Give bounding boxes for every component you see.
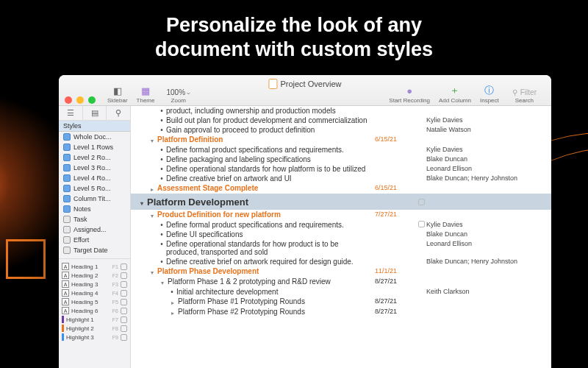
theme-button[interactable]: ▦ Theme	[132, 85, 159, 104]
style-level-item[interactable]: Whole Doc...	[59, 132, 130, 142]
row-assignee: Leonard Ellison	[426, 240, 551, 247]
highlight-style[interactable]: Highlight 2F8	[59, 324, 130, 333]
style-level-item[interactable]: Level 1 Rows	[59, 142, 130, 152]
traffic-lights	[65, 96, 96, 104]
row-text: Platform Phase 1 & 2 prototyping and R&D…	[168, 277, 375, 286]
outline-row[interactable]: Define formal product specifications and…	[131, 145, 551, 155]
row-text: product, including ownership and product…	[166, 107, 375, 115]
row-text: Platform Phase #1 Prototyping Rounds	[178, 297, 375, 305]
row-text: Initial architecture development	[176, 288, 375, 296]
bullet	[157, 174, 166, 183]
outline-row[interactable]: Assessment Stage Complete6/15/21	[131, 183, 551, 194]
style-level-item[interactable]: Level 2 Ro...	[59, 152, 130, 163]
bullet	[157, 240, 166, 248]
heading-style[interactable]: AHeading 5F5	[59, 297, 130, 306]
heading-style[interactable]: AHeading 2F2	[59, 271, 130, 280]
disclosure-triangle[interactable]	[147, 210, 157, 219]
app-window: ◧ Sidebar ▦ Theme 100% Zoom ● Start Reco…	[59, 75, 551, 368]
row-text: Platform Phase Development	[157, 267, 375, 275]
level-swatch	[63, 133, 71, 141]
add-column-button[interactable]: ＋ Add Column	[434, 85, 476, 104]
microphone-icon: ●	[403, 85, 416, 96]
outline-row[interactable]: Define packaging and labeling specificat…	[131, 155, 551, 164]
row-assignee: Blake Duncan	[426, 230, 551, 238]
column-swatch	[63, 216, 71, 223]
outline-row[interactable]: Platform Phase 1 & 2 prototyping and R&D…	[131, 277, 551, 287]
heading-style[interactable]: AHeading 6F6	[59, 306, 130, 315]
outline-row[interactable]: Initial architecture developmentKeith Cl…	[131, 287, 551, 297]
sidebar-tab-styles[interactable]: ▤	[83, 106, 107, 120]
disclosure-triangle[interactable]	[147, 135, 157, 144]
sidebar-toggle[interactable]: ◧ Sidebar	[103, 85, 132, 104]
column-swatch	[63, 247, 71, 254]
level-swatch	[63, 185, 71, 192]
outline-row[interactable]: Build out plan for product development a…	[131, 116, 551, 125]
outline-row[interactable]: Platform Phase #2 Prototyping Rounds8/27…	[131, 307, 551, 317]
style-column-item[interactable]: Notes	[59, 204, 130, 214]
style-level-item[interactable]: Level 3 Ro...	[59, 163, 130, 173]
sidebar-tab-search[interactable]: ⚲	[107, 106, 130, 120]
disclosure-triangle[interactable]	[168, 297, 178, 306]
heading-style[interactable]: AHeading 3F3	[59, 280, 130, 289]
heading-style[interactable]: AHeading 1F1	[59, 262, 130, 271]
row-assignee: Leonard Ellison	[426, 165, 551, 172]
style-column-item[interactable]: Task	[59, 214, 130, 224]
search-icon: ⚲	[512, 88, 517, 96]
disclosure-triangle[interactable]	[137, 196, 147, 208]
row-text: Define creative brief on artwork and UI	[166, 174, 375, 183]
style-level-item[interactable]: Level 5 Ro...	[59, 183, 130, 194]
row-text: Define creative brief on artwork require…	[166, 258, 375, 266]
section-header[interactable]: Platform Development	[131, 194, 551, 210]
level-swatch	[63, 174, 71, 182]
outline-row[interactable]: Define creative brief on artwork require…	[131, 257, 551, 266]
disclosure-triangle[interactable]	[168, 308, 178, 316]
minimize-button[interactable]	[76, 96, 84, 104]
outline-row[interactable]: Platform Phase Development11/1/21	[131, 266, 551, 277]
level-swatch	[63, 164, 71, 171]
outline-row[interactable]: Gain approval to proceed to product defi…	[131, 125, 551, 135]
outline-row[interactable]: Define creative brief on artwork and UIB…	[131, 174, 551, 183]
level-swatch	[63, 195, 71, 202]
bullet	[157, 126, 166, 134]
highlight-style[interactable]: Highlight 1F7	[59, 315, 130, 324]
style-column-item[interactable]: Target Date	[59, 245, 130, 255]
heading-style[interactable]: AHeading 4F4	[59, 289, 130, 297]
outline-row[interactable]: Platform Definition6/15/21	[131, 135, 551, 145]
inspect-button[interactable]: ⓘ Inspect	[476, 85, 503, 104]
document-icon	[268, 79, 277, 89]
style-level-item[interactable]: Level 4 Ro...	[59, 173, 130, 183]
disclosure-triangle[interactable]	[147, 267, 157, 276]
outline-row[interactable]: Platform Phase #1 Prototyping Rounds8/27…	[131, 297, 551, 307]
outline-row[interactable]: Define operational standards for how pro…	[131, 239, 551, 257]
outline-content[interactable]: product, including ownership and product…	[131, 106, 551, 368]
outline-row[interactable]: Define operational standards for how pla…	[131, 164, 551, 174]
row-assignee: Blake Duncan	[426, 155, 551, 163]
close-button[interactable]	[65, 96, 72, 104]
bullet	[157, 116, 166, 124]
checkbox[interactable]	[418, 221, 425, 227]
style-column-item[interactable]: Effort	[59, 235, 130, 245]
outline-row[interactable]: Define UI specificationsBlake Duncan	[131, 230, 551, 239]
row-date: 8/27/21	[375, 297, 416, 305]
row-assignee: Kylie Davies	[426, 146, 551, 153]
disclosure-triangle[interactable]	[157, 277, 168, 286]
disclosure-triangle[interactable]	[147, 184, 157, 193]
row-assignee: Keith Clarkson	[426, 288, 551, 295]
zoom-control[interactable]: 100% Zoom	[159, 88, 198, 104]
window-title: Project Overview	[268, 79, 341, 89]
outline-row[interactable]: product, including ownership and product…	[131, 106, 551, 116]
row-text: Define formal product specifications and…	[166, 221, 375, 229]
decorative-square	[6, 239, 46, 279]
start-recording-button[interactable]: ● Start Recording	[384, 85, 434, 104]
outline-row[interactable]: Product Definition for new platform7/27/…	[131, 210, 551, 220]
bullet	[168, 288, 176, 296]
style-level-item[interactable]: Column Tit...	[59, 194, 130, 204]
outline-row[interactable]: Define formal product specifications and…	[131, 220, 551, 230]
style-column-item[interactable]: Assigned...	[59, 224, 130, 235]
row-text: Platform Definition	[157, 135, 375, 144]
sidebar-tab-outline[interactable]: ☰	[59, 106, 83, 120]
sidebar-icon: ◧	[111, 85, 124, 96]
highlight-style[interactable]: Highlight 3F9	[59, 333, 130, 342]
search-field[interactable]: ⚲Filter Search	[503, 88, 545, 104]
maximize-button[interactable]	[88, 96, 96, 104]
